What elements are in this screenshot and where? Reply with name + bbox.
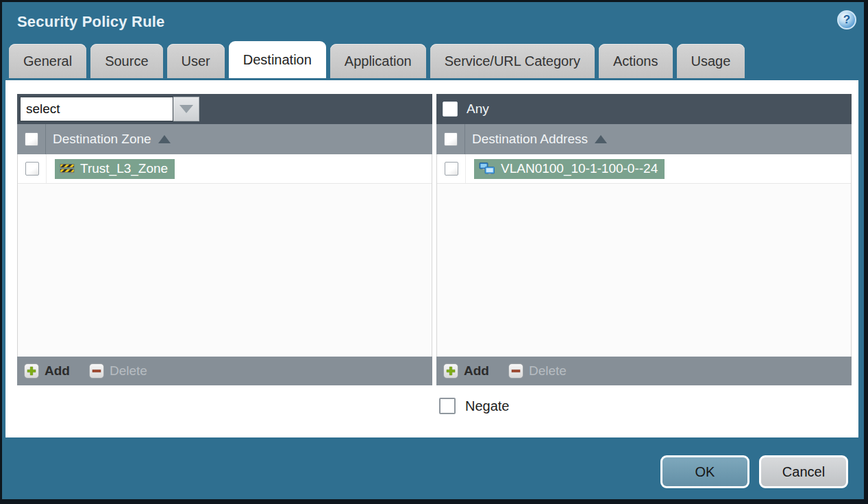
negate-checkbox[interactable] <box>439 398 456 414</box>
zone-select-all-checkbox[interactable] <box>25 132 38 146</box>
zone-panel-actions: Add Delete <box>17 357 432 385</box>
dialog-footer: OK Cancel <box>660 455 848 488</box>
tab-source[interactable]: Source <box>90 44 162 78</box>
tab-destination[interactable]: Destination <box>229 41 326 78</box>
address-column-title[interactable]: Destination Address <box>472 132 588 147</box>
delete-icon <box>89 363 104 379</box>
zone-add-button[interactable]: Add <box>24 363 70 379</box>
zone-header-checkbox-cell <box>17 124 46 154</box>
address-delete-button[interactable]: Delete <box>508 363 567 379</box>
zone-object-trust-l3-zone[interactable]: Trust_L3_Zone <box>55 159 175 179</box>
destination-address-panel: Any Destination Address <box>436 94 852 385</box>
destination-tab-content: Destination Zone <box>5 80 858 437</box>
tab-general[interactable]: General <box>9 44 86 78</box>
security-policy-rule-dialog: Security Policy Rule ? General Source Us… <box>0 0 868 504</box>
negate-label: Negate <box>465 398 510 414</box>
sort-ascending-icon[interactable] <box>595 135 607 143</box>
address-panel-toolbar: Any <box>436 94 852 124</box>
zone-row-checkbox-cell <box>18 154 47 183</box>
sort-ascending-icon[interactable] <box>158 135 171 143</box>
zone-panel-toolbar <box>17 94 432 124</box>
table-row: VLAN0100_10-1-100-0--24 <box>437 154 851 184</box>
zone-table-header: Destination Zone <box>17 124 432 154</box>
cancel-button[interactable]: Cancel <box>759 455 848 488</box>
address-object-vlan0100[interactable]: VLAN0100_10-1-100-0--24 <box>474 159 665 179</box>
zone-select-combo <box>20 97 199 121</box>
tab-service-url-category[interactable]: Service/URL Category <box>430 44 595 78</box>
dialog-title: Security Policy Rule <box>17 13 165 31</box>
chevron-down-icon <box>179 105 193 113</box>
tab-user[interactable]: User <box>167 44 225 78</box>
destination-zone-panel: Destination Zone <box>17 94 432 385</box>
any-checkbox[interactable] <box>443 101 458 117</box>
address-table-header: Destination Address <box>436 124 852 154</box>
any-label: Any <box>467 101 489 117</box>
zone-object-label: Trust_L3_Zone <box>80 161 168 176</box>
zone-icon <box>60 163 75 175</box>
tab-usage[interactable]: Usage <box>677 44 745 78</box>
add-icon <box>24 363 39 379</box>
negate-option: Negate <box>439 398 858 414</box>
address-table-body: VLAN0100_10-1-100-0--24 <box>436 154 852 357</box>
address-row-checkbox-cell <box>437 154 466 183</box>
address-object-label: VLAN0100_10-1-100-0--24 <box>501 161 658 176</box>
zone-select-input[interactable] <box>20 97 173 121</box>
address-header-checkbox-cell <box>436 124 465 154</box>
zone-table-body: Trust_L3_Zone <box>17 154 432 357</box>
zone-delete-label: Delete <box>110 363 147 379</box>
address-select-all-checkbox[interactable] <box>444 132 458 146</box>
table-row: Trust_L3_Zone <box>18 154 432 184</box>
address-icon <box>479 162 495 176</box>
address-delete-label: Delete <box>529 363 567 379</box>
address-add-label: Add <box>464 363 489 379</box>
address-row-checkbox[interactable] <box>445 162 458 176</box>
zone-row-checkbox[interactable] <box>25 162 39 176</box>
help-icon[interactable]: ? <box>837 10 856 29</box>
tab-actions[interactable]: Actions <box>599 44 673 78</box>
zone-delete-button[interactable]: Delete <box>89 363 147 379</box>
address-panel-actions: Add Delete <box>436 357 852 385</box>
address-add-button[interactable]: Add <box>443 363 489 379</box>
zone-select-dropdown-button[interactable] <box>173 97 199 121</box>
zone-column-title[interactable]: Destination Zone <box>53 132 151 147</box>
zone-add-label: Add <box>45 363 70 379</box>
tab-bar: General Source User Destination Applicat… <box>2 41 864 78</box>
add-icon <box>443 363 458 379</box>
delete-icon <box>508 363 523 379</box>
ok-button[interactable]: OK <box>660 455 749 488</box>
tab-application[interactable]: Application <box>330 44 426 78</box>
title-bar: Security Policy Rule ? <box>2 2 864 41</box>
